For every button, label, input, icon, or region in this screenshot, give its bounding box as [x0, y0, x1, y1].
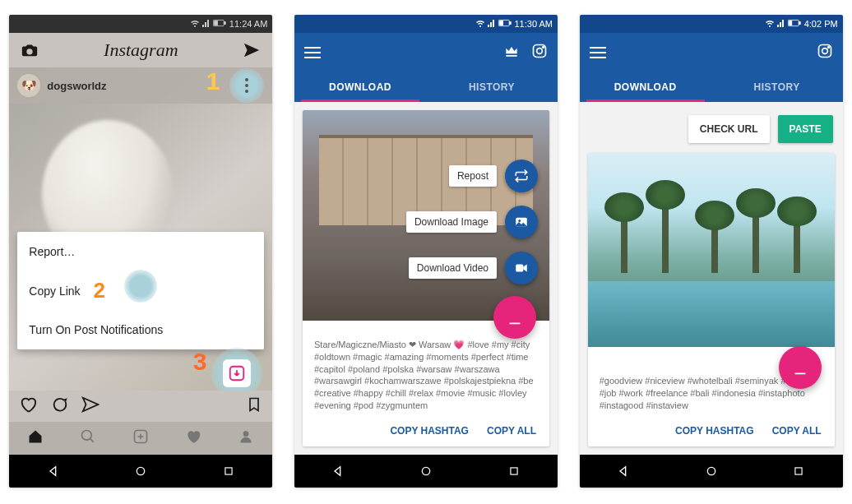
screenshot-2: 11:30 AM DOWNLOAD HISTORY Repost [294, 15, 558, 488]
card-actions: COPY HASHTAG COPY ALL [303, 415, 549, 446]
svg-rect-19 [511, 468, 517, 474]
svg-point-18 [422, 467, 429, 474]
home-nav-icon[interactable] [419, 464, 433, 479]
signal-icon [777, 19, 785, 29]
avatar[interactable]: 🐶 [17, 74, 40, 97]
copy-hashtag-button[interactable]: COPY HASHTAG [390, 425, 469, 437]
search-icon[interactable] [80, 428, 96, 448]
copy-all-button[interactable]: COPY ALL [772, 425, 822, 437]
tab-history[interactable]: HISTORY [426, 72, 558, 102]
camera-icon[interactable] [21, 41, 39, 59]
crown-icon[interactable] [503, 43, 520, 62]
status-bar: 11:30 AM [294, 15, 558, 33]
svg-rect-11 [499, 21, 502, 25]
status-time: 11:30 AM [515, 19, 553, 29]
copy-all-button[interactable]: COPY ALL [487, 425, 536, 437]
tab-bar: DOWNLOAD HISTORY [294, 72, 558, 102]
menu-copy-link-label: Copy Link [29, 284, 80, 298]
annotation-2: 2 [94, 278, 105, 303]
feed-area: 🐶 dogsworldz 1 Report… Copy Link 2 Turn … [9, 67, 272, 455]
recent-icon[interactable] [221, 464, 236, 479]
tab-history[interactable]: HISTORY [711, 72, 843, 102]
download-video-button[interactable] [505, 252, 538, 284]
home-nav-icon[interactable] [133, 464, 148, 479]
image-palm-shape [752, 203, 759, 273]
svg-point-6 [243, 431, 249, 437]
post-card: Repost Download Image Download Video [303, 110, 549, 446]
battery-icon [213, 19, 226, 29]
download-image-button[interactable] [505, 206, 538, 238]
screenshot-3: 4:02 PM DOWNLOAD HISTORY CHECK URL PASTE [580, 15, 843, 488]
signal-icon [202, 19, 211, 29]
svg-rect-1 [224, 21, 225, 24]
svg-point-24 [822, 49, 827, 54]
menu-icon[interactable] [590, 47, 606, 58]
recent-icon[interactable] [791, 464, 806, 479]
battery-icon [498, 19, 512, 29]
paste-button[interactable]: PASTE [778, 115, 833, 143]
download-fab[interactable] [493, 296, 536, 339]
wifi-icon [765, 18, 775, 30]
instagram-icon[interactable] [817, 43, 833, 62]
app-header: DOWNLOAD HISTORY [294, 33, 558, 102]
tab-download[interactable]: DOWNLOAD [580, 72, 711, 102]
image-palm-shape [711, 215, 718, 273]
post-header: 🐶 dogsworldz [9, 67, 272, 104]
post-actions-bar [9, 391, 272, 422]
wifi-icon [475, 18, 485, 30]
activity-icon[interactable] [185, 428, 201, 448]
fab-menu: Repost Download Image Download Video [406, 160, 538, 284]
share-icon[interactable] [81, 395, 100, 417]
menu-icon[interactable] [304, 47, 321, 58]
send-icon[interactable] [243, 41, 261, 59]
svg-rect-8 [225, 468, 232, 474]
context-menu: Report… Copy Link 2 Turn On Post Notific… [17, 232, 264, 349]
tab-download[interactable]: DOWNLOAD [294, 72, 426, 102]
like-icon[interactable] [19, 395, 37, 417]
image-palm-shape [794, 211, 800, 273]
post-username[interactable]: dogsworldz [47, 80, 106, 92]
android-nav-bar [9, 455, 272, 488]
screenshot-1: 11:24 AM Instagram 🐶 dogsworldz 1 Report… [9, 15, 272, 488]
post-menu-button[interactable] [229, 68, 264, 103]
image-palm-shape [621, 207, 627, 273]
android-nav-bar [294, 455, 558, 488]
wifi-icon [190, 18, 200, 30]
post-card: #goodview #niceview #whotelbali #seminya… [588, 153, 835, 446]
svg-rect-2 [214, 21, 217, 25]
signal-icon [488, 19, 496, 29]
check-url-button[interactable]: CHECK URL [688, 115, 770, 143]
svg-rect-27 [795, 468, 802, 474]
svg-rect-21 [799, 21, 800, 24]
svg-point-13 [537, 49, 543, 54]
fab-repost-label: Repost [449, 165, 497, 187]
copy-hashtag-button[interactable]: COPY HASHTAG [675, 425, 754, 437]
back-icon[interactable] [46, 464, 61, 479]
back-icon[interactable] [331, 464, 345, 479]
highlight-dot-icon [124, 270, 157, 303]
battery-icon [788, 19, 801, 29]
annotation-1: 1 [206, 67, 220, 95]
add-post-icon[interactable] [132, 428, 149, 448]
status-time: 11:24 AM [229, 19, 267, 29]
app-header: DOWNLOAD HISTORY [580, 33, 843, 102]
profile-icon[interactable] [238, 428, 254, 448]
image-pool-shape [588, 281, 835, 347]
comment-icon[interactable] [50, 395, 68, 417]
menu-report[interactable]: Report… [17, 235, 264, 268]
home-nav-icon[interactable] [704, 464, 719, 479]
instagram-icon[interactable] [531, 43, 548, 62]
download-fab[interactable] [779, 346, 822, 389]
home-icon[interactable] [27, 428, 44, 448]
svg-rect-17 [516, 265, 523, 272]
menu-notifications[interactable]: Turn On Post Notifications [17, 313, 264, 346]
menu-copy-link[interactable]: Copy Link 2 [17, 268, 264, 313]
instagram-bottom-tabs [9, 422, 272, 455]
status-time: 4:02 PM [804, 19, 838, 29]
svg-point-26 [707, 467, 715, 474]
bookmark-icon[interactable] [246, 396, 262, 416]
instagram-logo: Instagram [104, 39, 178, 61]
repost-button[interactable] [505, 160, 538, 192]
back-icon[interactable] [616, 464, 631, 479]
recent-icon[interactable] [507, 464, 521, 479]
